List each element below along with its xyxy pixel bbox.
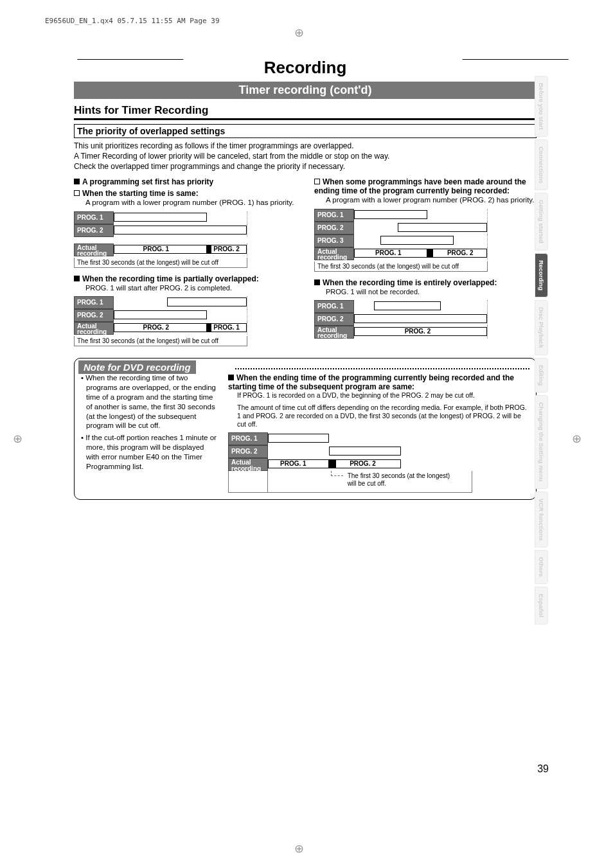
note-sub: If PROG. 1 is recorded on a DVD, the beg… (237, 391, 529, 400)
text: recording (317, 332, 347, 339)
crop-mark-icon (13, 432, 22, 446)
hollow-square-icon (74, 190, 80, 196)
row-label: PROG. 1 (314, 209, 354, 222)
row-label: PROG. 3 (314, 235, 354, 247)
tab-connections[interactable]: Connections (535, 139, 548, 191)
desc: PROG. 1 will start after PROG. 2 is comp… (85, 283, 296, 292)
page-number: 39 (537, 763, 549, 775)
bar-label: PROG. 2 (213, 245, 240, 252)
desc: A program with a lower program number (P… (326, 195, 537, 205)
chevron-right-icon (462, 59, 540, 75)
note-left: • When the recording time of two program… (81, 373, 219, 495)
bullet-heading: When the recording time is entirely over… (314, 278, 537, 287)
text: A programming set first has priority (82, 177, 213, 186)
row-label: Actualrecording (74, 322, 114, 335)
tab-espanol[interactable]: Español (535, 587, 548, 624)
row-label: Actualrecording (74, 244, 114, 256)
note-title: Note for DVD recording (78, 360, 196, 374)
note-right: When the ending time of the programming … (228, 373, 529, 495)
tab-getting-started[interactable]: Getting started (535, 193, 548, 251)
filled-square-icon (74, 179, 80, 184)
row-label: PROG. 1 (74, 211, 114, 224)
subheading: Hints for Timer Recording (74, 104, 537, 120)
boxed-title: The priority of overlapped settings (74, 124, 537, 138)
filled-square-icon (228, 375, 234, 380)
tab-vcr-functions[interactable]: VCR functions (535, 492, 548, 547)
bullet-heading: When the ending time of the programming … (228, 373, 529, 391)
tab-disc-playback[interactable]: Disc Playback (535, 300, 548, 355)
bullet-heading: When some programmings have been made ar… (314, 177, 537, 195)
bar-label: PROG. 2 (447, 249, 474, 256)
two-column: A programming set first has priority Whe… (74, 177, 537, 346)
timing-diagram: PROG. 1 PROG. 2 PROG. 3 Actualrecording … (314, 209, 488, 260)
timing-diagram: PROG. 1 PROG. 2 Actualrecording PROG. 2 … (74, 296, 247, 335)
row-label: Actualrecording (228, 458, 268, 471)
cut-note: The first 30 seconds (at the longest) wi… (74, 258, 247, 268)
bullet-heading: When the recording time is partially ove… (74, 274, 296, 283)
bar-label: PROG. 1 (213, 324, 240, 331)
note-sub: The amount of time cut off differs depen… (237, 403, 529, 429)
filled-square-icon (314, 279, 320, 285)
chapter-heading: Recording (74, 58, 537, 78)
row-label: Actualrecording (314, 247, 354, 260)
filled-square-icon (74, 276, 80, 281)
tab-changing-setting[interactable]: Changing the Setting menu (535, 395, 548, 489)
text: When the recording time is partially ove… (82, 274, 259, 283)
note-bullet: • If the cut-off portion reaches 1 minut… (81, 433, 219, 472)
bar-label: PROG. 2 (405, 328, 431, 335)
timing-diagram: PROG. 1 PROG. 2 Actualrecording PROG. 1 … (228, 432, 472, 493)
note-box: Note for DVD recording • When the record… (74, 358, 537, 500)
intro-line: A Timer Recording of lower priority will… (74, 151, 537, 161)
text: When some programmings have been made ar… (314, 177, 526, 195)
crop-mark-icon (572, 432, 582, 446)
timing-diagram: PROG. 1 PROG. 2 Actualrecording PROG. 2 (314, 300, 488, 339)
dotted-rule-icon (235, 368, 529, 369)
timing-diagram: PROG. 1 PROG. 2 Actualrecording PROG. 1 … (74, 211, 247, 256)
row-label: PROG. 2 (228, 445, 268, 458)
tab-others[interactable]: Others (535, 550, 548, 584)
row-label: PROG. 2 (314, 222, 354, 235)
bar-label: PROG. 2 (143, 324, 170, 331)
bar-label: PROG. 2 (350, 460, 376, 467)
text: recording (77, 250, 107, 257)
row-label: PROG. 1 (228, 432, 268, 445)
annotation: The first 30 seconds (at the longest) wi… (348, 472, 457, 488)
bar-label: PROG. 1 (375, 249, 402, 256)
intro-text: This unit prioritizes recording as follo… (74, 141, 537, 172)
chapter-title: Recording (264, 58, 347, 78)
text: When the ending time of the programming … (228, 373, 514, 391)
bar-label: PROG. 1 (280, 460, 306, 467)
text: When the recording time is entirely over… (323, 278, 497, 287)
cut-note: The first 30 seconds (at the longest) wi… (314, 261, 488, 272)
text: When the starting time is same: (82, 189, 199, 198)
row-label: Actualrecording (314, 326, 354, 339)
desc: A program with a lower program number (P… (85, 198, 296, 208)
chevron-left-icon (70, 59, 148, 75)
row-label: PROG. 2 (74, 224, 114, 237)
bar-label: PROG. 1 (143, 245, 170, 252)
crop-mark-icon (294, 26, 304, 40)
tab-editing[interactable]: Editing (535, 358, 548, 393)
side-tabs: Before you start Connections Getting sta… (535, 76, 550, 627)
row-label: PROG. 2 (314, 313, 354, 326)
row-label: PROG. 2 (74, 309, 114, 322)
page-body: Recording Timer recording (cont'd) Hints… (74, 58, 537, 500)
print-header: E9656UD_EN_1.qx4 05.7.15 11:55 AM Page 3… (45, 17, 220, 25)
cut-note: The first 30 seconds (at the longest) wi… (74, 336, 247, 346)
crop-mark-icon (294, 842, 304, 856)
tab-recording[interactable]: Recording (535, 253, 548, 297)
bullet-heading: A programming set first has priority (74, 177, 296, 186)
row-label: PROG. 1 (74, 296, 114, 309)
note-bullet: • When the recording time of two program… (81, 373, 219, 431)
left-column: A programming set first has priority Whe… (74, 177, 296, 346)
intro-line: This unit prioritizes recording as follo… (74, 141, 537, 151)
bullet-sub: When the starting time is same: (74, 189, 296, 198)
section-band: Timer recording (cont'd) (74, 82, 537, 99)
desc: PROG. 1 will not be recorded. (326, 287, 537, 296)
row-label: PROG. 1 (314, 300, 354, 313)
intro-line: Check the overlapped timer programmings … (74, 161, 537, 172)
hollow-square-icon (314, 179, 320, 184)
text: recording (317, 254, 347, 261)
tab-before-you-start[interactable]: Before you start (535, 76, 548, 137)
text: recording (77, 328, 107, 335)
